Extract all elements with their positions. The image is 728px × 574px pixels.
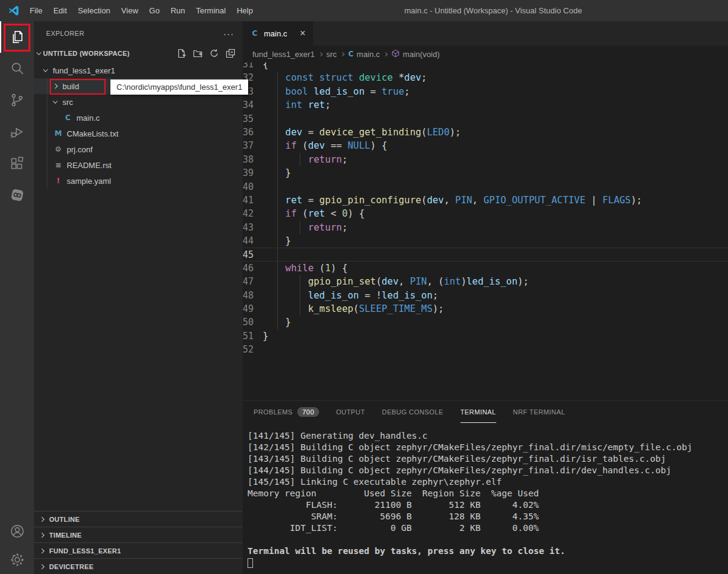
panel-tab-nrf-terminal[interactable]: NRF TERMINAL bbox=[513, 402, 565, 423]
line-number: 49 bbox=[243, 302, 263, 316]
close-tab-icon[interactable]: × bbox=[300, 28, 305, 39]
breadcrumb-item-main-void-[interactable]: main(void) bbox=[391, 49, 440, 59]
code-line-33[interactable]: 33 bool led_is_on = true; bbox=[243, 85, 728, 98]
tree-item-readme-rst[interactable]: ≡README.rst bbox=[34, 157, 243, 173]
file-icon-yaml: ! bbox=[53, 177, 63, 185]
chevron-right-icon bbox=[39, 532, 44, 537]
code-line-37[interactable]: 37 if (dev == NULL) { bbox=[243, 139, 728, 152]
panel-tab-debug-console[interactable]: DEBUG CONSOLE bbox=[382, 402, 443, 423]
code-line-42[interactable]: 42 if (ret < 0) { bbox=[243, 207, 728, 220]
menu-view[interactable]: View bbox=[116, 0, 144, 21]
code-line-44[interactable]: 44 } bbox=[243, 234, 728, 248]
code-line-31[interactable]: 31{ bbox=[243, 62, 728, 71]
chevron-right-icon bbox=[53, 84, 58, 89]
nrf-connect-icon bbox=[9, 187, 25, 203]
code-line-45[interactable]: 45 bbox=[243, 248, 728, 261]
tree-item-cmakelists-txt[interactable]: MCMakeLists.txt bbox=[34, 126, 243, 141]
code-line-50[interactable]: 50 } bbox=[243, 316, 728, 329]
chevron-right-icon bbox=[383, 52, 388, 56]
line-number: 45 bbox=[243, 248, 263, 262]
account-icon bbox=[9, 523, 25, 539]
menu-terminal[interactable]: Terminal bbox=[190, 0, 231, 21]
tab-main-c[interactable]: C main.c × bbox=[243, 21, 313, 46]
breadcrumb-item-src[interactable]: src bbox=[326, 50, 337, 59]
panel-tab-output[interactable]: OUTPUT bbox=[336, 402, 365, 423]
code-line-36[interactable]: 36 dev = device_get_binding(LED0); bbox=[243, 126, 728, 139]
indent-guide bbox=[277, 221, 278, 234]
menu-selection[interactable]: Selection bbox=[72, 0, 115, 21]
panel-tab-label: PROBLEMS bbox=[254, 408, 292, 416]
panel-tab-problems[interactable]: PROBLEMS700 bbox=[254, 402, 319, 423]
menu-go[interactable]: Go bbox=[144, 0, 165, 21]
code-line-49[interactable]: 49 k_msleep(SLEEP_TIME_MS); bbox=[243, 302, 728, 316]
files-icon bbox=[9, 29, 25, 45]
indent-guide bbox=[277, 126, 278, 139]
menu-edit[interactable]: Edit bbox=[48, 0, 72, 21]
section-devicetree[interactable]: DEVICETREE bbox=[34, 558, 243, 574]
code-editor[interactable]: 31{32 const struct device *dev;33 bool l… bbox=[243, 62, 728, 400]
activity-extensions[interactable] bbox=[0, 147, 34, 179]
code-line-51[interactable]: 51} bbox=[243, 329, 728, 343]
section-fund-less1-exer1[interactable]: FUND_LESS1_EXER1 bbox=[34, 542, 243, 558]
breadcrumb-item-main-c[interactable]: Cmain.c bbox=[348, 50, 380, 59]
code-line-40[interactable]: 40 bbox=[243, 180, 728, 194]
tree-item-main-c[interactable]: Cmain.c bbox=[34, 110, 243, 126]
code-line-39[interactable]: 39 } bbox=[243, 166, 728, 180]
activity-search[interactable] bbox=[0, 53, 34, 84]
sidebar: EXPLORER ··· UNTITLED (WORKSPACE) bbox=[34, 21, 243, 574]
tab-label: main.c bbox=[264, 29, 287, 38]
activity-source-control[interactable] bbox=[0, 84, 34, 116]
indent-guide bbox=[277, 316, 278, 329]
panel-tab-label: OUTPUT bbox=[336, 408, 365, 416]
tree-item-sample-yaml[interactable]: !sample.yaml bbox=[34, 173, 243, 189]
code-line-35[interactable]: 35 bbox=[243, 112, 728, 126]
section-outline[interactable]: OUTLINE bbox=[34, 511, 243, 527]
code-line-32[interactable]: 32 const struct device *dev; bbox=[243, 71, 728, 84]
section-timeline[interactable]: TIMELINE bbox=[34, 527, 243, 542]
c-file-icon: C bbox=[250, 29, 260, 38]
workspace-header[interactable]: UNTITLED (WORKSPACE) bbox=[34, 46, 243, 61]
activity-nrf-connect[interactable] bbox=[0, 179, 34, 211]
breadcrumb-item-fund-less1-exer1[interactable]: fund_less1_exer1 bbox=[252, 50, 315, 59]
refresh-icon[interactable] bbox=[209, 49, 219, 58]
menu-help[interactable]: Help bbox=[231, 0, 258, 21]
code-line-34[interactable]: 34 int ret; bbox=[243, 98, 728, 112]
panel-tab-terminal[interactable]: TERMINAL bbox=[460, 402, 496, 423]
collapse-folders-icon[interactable] bbox=[226, 49, 235, 58]
settings-button[interactable] bbox=[0, 545, 34, 574]
code-line-46[interactable]: 46 while (1) { bbox=[243, 262, 728, 275]
more-actions-icon[interactable]: ··· bbox=[223, 29, 234, 39]
indent-guide bbox=[277, 98, 278, 112]
indent-guide bbox=[300, 289, 300, 302]
tree-item-src[interactable]: src bbox=[34, 94, 243, 110]
file-icon-gear: ⚙ bbox=[53, 145, 63, 154]
new-folder-icon[interactable] bbox=[193, 49, 203, 58]
file-icon-rst: ≡ bbox=[53, 161, 63, 169]
path-tooltip: C:\nordic\myapps\fund_less1_exer1 bbox=[110, 79, 248, 95]
search-icon bbox=[9, 61, 25, 76]
indent-guide bbox=[277, 194, 278, 207]
accounts-button[interactable] bbox=[0, 517, 34, 545]
activity-run-debug[interactable] bbox=[0, 116, 34, 147]
terminal-output[interactable]: [141/145] Generating dev_handles.c[142/1… bbox=[243, 423, 728, 574]
new-file-icon[interactable] bbox=[177, 49, 186, 58]
code-line-41[interactable]: 41 ret = gpio_pin_configure(dev, PIN, GP… bbox=[243, 194, 728, 207]
menu-run[interactable]: Run bbox=[165, 0, 190, 21]
line-number: 31 bbox=[243, 62, 263, 71]
activity-bar-bottom bbox=[0, 517, 34, 574]
line-number: 40 bbox=[243, 180, 263, 194]
tree-item-label: sample.yaml bbox=[67, 177, 111, 186]
code-line-52[interactable]: 52 bbox=[243, 343, 728, 356]
code-line-43[interactable]: 43 return; bbox=[243, 221, 728, 234]
file-icon-m: M bbox=[53, 129, 63, 138]
terminal-line: Terminal will be reused by tasks, press … bbox=[248, 545, 728, 557]
code-line-38[interactable]: 38 return; bbox=[243, 153, 728, 166]
indent-guide bbox=[277, 166, 278, 180]
tree-item-prj-conf[interactable]: ⚙prj.conf bbox=[34, 141, 243, 157]
code-line-48[interactable]: 48 led_is_on = !led_is_on; bbox=[243, 289, 728, 302]
activity-explorer[interactable] bbox=[0, 21, 34, 53]
menu-file[interactable]: File bbox=[24, 0, 48, 21]
tree-item-fund-less1-exer1[interactable]: fund_less1_exer1 bbox=[34, 62, 243, 78]
indent-guide bbox=[277, 302, 278, 316]
code-line-47[interactable]: 47 gpio_pin_set(dev, PIN, (int)led_is_on… bbox=[243, 275, 728, 288]
